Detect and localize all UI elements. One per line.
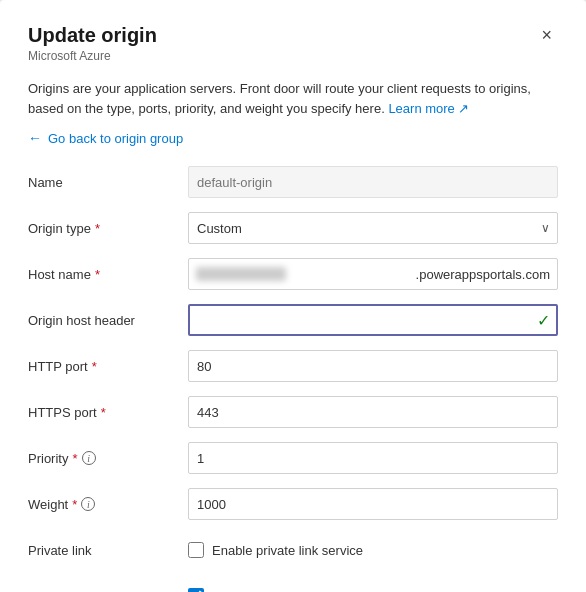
weight-info-icon[interactable]: i xyxy=(81,497,95,511)
http-port-required-star: * xyxy=(92,359,97,374)
title-group: Update origin Microsoft Azure xyxy=(28,24,157,63)
origin-host-header-wrapper: ✓ xyxy=(188,304,558,336)
origin-type-select-wrapper: Custom App Service Storage Cloud Service… xyxy=(188,212,558,244)
status-checkbox-label[interactable]: Enable this origin xyxy=(212,589,312,593)
host-name-required-star: * xyxy=(95,267,100,282)
back-link-label: Go back to origin group xyxy=(48,131,183,146)
back-arrow-icon: ← xyxy=(28,130,42,146)
status-label: Status xyxy=(28,589,188,593)
description-text: Origins are your application servers. Fr… xyxy=(28,79,558,118)
external-link-icon: ↗ xyxy=(458,101,469,116)
priority-required-star: * xyxy=(72,451,77,466)
status-control: Enable this origin xyxy=(188,588,558,592)
weight-row: Weight * i xyxy=(28,488,558,520)
host-name-suffix: .powerappsportals.com xyxy=(416,267,550,282)
dialog-header: Update origin Microsoft Azure × xyxy=(28,24,558,63)
private-link-checkbox-label[interactable]: Enable private link service xyxy=(212,543,363,558)
private-link-checkbox[interactable] xyxy=(188,542,204,558)
dialog-title: Update origin xyxy=(28,24,157,47)
http-port-label: HTTP port * xyxy=(28,359,188,374)
name-control xyxy=(188,166,558,198)
weight-required-star: * xyxy=(72,497,77,512)
origin-type-label: Origin type * xyxy=(28,221,188,236)
origin-type-select[interactable]: Custom App Service Storage Cloud Service xyxy=(188,212,558,244)
priority-label: Priority * i xyxy=(28,451,188,466)
name-label: Name xyxy=(28,175,188,190)
origin-type-required-star: * xyxy=(95,221,100,236)
name-input[interactable] xyxy=(188,166,558,198)
priority-input[interactable] xyxy=(188,442,558,474)
private-link-checkbox-row: Enable private link service xyxy=(188,542,558,558)
origin-type-control: Custom App Service Storage Cloud Service… xyxy=(188,212,558,244)
priority-control xyxy=(188,442,558,474)
update-origin-dialog: Update origin Microsoft Azure × Origins … xyxy=(0,0,586,592)
priority-row: Priority * i xyxy=(28,442,558,474)
status-row: Status Enable this origin xyxy=(28,580,558,592)
weight-input[interactable] xyxy=(188,488,558,520)
host-name-control: .powerappsportals.com xyxy=(188,258,558,290)
https-port-input[interactable] xyxy=(188,396,558,428)
close-button[interactable]: × xyxy=(535,24,558,46)
dialog-subtitle: Microsoft Azure xyxy=(28,49,157,63)
learn-more-link[interactable]: Learn more ↗ xyxy=(388,101,469,116)
weight-label: Weight * i xyxy=(28,497,188,512)
weight-control xyxy=(188,488,558,520)
private-link-label: Private link xyxy=(28,543,188,558)
https-port-required-star: * xyxy=(101,405,106,420)
https-port-control xyxy=(188,396,558,428)
origin-host-check-icon: ✓ xyxy=(537,311,550,330)
origin-type-row: Origin type * Custom App Service Storage… xyxy=(28,212,558,244)
origin-host-header-row: Origin host header ✓ xyxy=(28,304,558,336)
host-name-label: Host name * xyxy=(28,267,188,282)
origin-host-header-label: Origin host header xyxy=(28,313,188,328)
private-link-row: Private link Enable private link service xyxy=(28,534,558,566)
https-port-row: HTTPS port * xyxy=(28,396,558,428)
private-link-control: Enable private link service xyxy=(188,542,558,558)
https-port-label: HTTPS port * xyxy=(28,405,188,420)
origin-host-header-control: ✓ xyxy=(188,304,558,336)
http-port-input[interactable] xyxy=(188,350,558,382)
status-checkbox[interactable] xyxy=(188,588,204,592)
http-port-row: HTTP port * xyxy=(28,350,558,382)
origin-host-header-input[interactable] xyxy=(188,304,558,336)
priority-info-icon[interactable]: i xyxy=(82,451,96,465)
http-port-control xyxy=(188,350,558,382)
host-name-wrapper: .powerappsportals.com xyxy=(188,258,558,290)
back-to-origin-group-link[interactable]: ← Go back to origin group xyxy=(28,130,183,146)
status-checkbox-row: Enable this origin xyxy=(188,588,558,592)
host-blur-overlay xyxy=(196,267,286,281)
name-row: Name xyxy=(28,166,558,198)
host-name-row: Host name * .powerappsportals.com xyxy=(28,258,558,290)
